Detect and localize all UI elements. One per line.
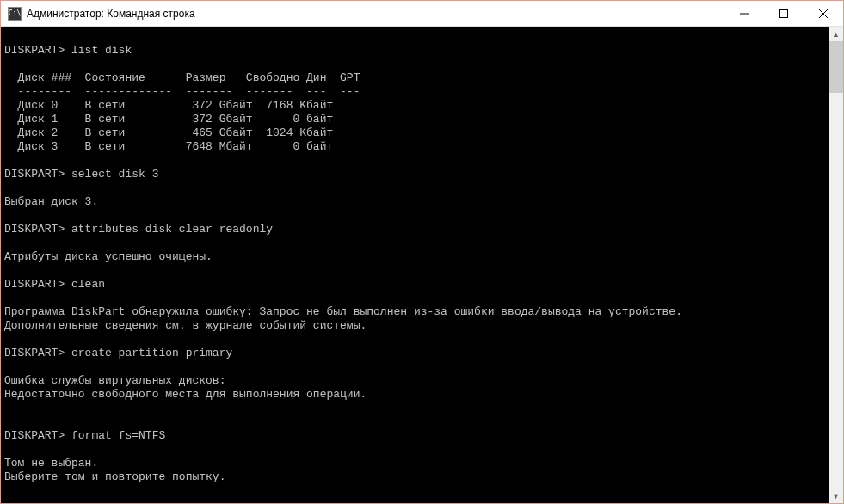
svg-rect-1 bbox=[780, 9, 788, 17]
close-button[interactable] bbox=[804, 1, 843, 26]
scrollbar[interactable]: ▲ ▼ bbox=[829, 27, 843, 503]
titlebar: C:\ Администратор: Командная строка bbox=[1, 1, 843, 27]
scroll-up-arrow[interactable]: ▲ bbox=[829, 27, 843, 41]
maximize-button[interactable] bbox=[764, 1, 804, 26]
terminal-output[interactable]: DISKPART> list disk Диск ### Состояние Р… bbox=[1, 27, 829, 503]
scroll-thumb[interactable] bbox=[829, 41, 843, 93]
maximize-icon bbox=[779, 9, 788, 18]
minimize-button[interactable] bbox=[724, 1, 764, 26]
window-controls bbox=[724, 1, 843, 26]
window-title: Администратор: Командная строка bbox=[27, 8, 724, 20]
terminal-wrapper: DISKPART> list disk Диск ### Состояние Р… bbox=[1, 27, 843, 503]
minimize-icon bbox=[740, 9, 749, 18]
scroll-down-arrow[interactable]: ▼ bbox=[829, 489, 843, 503]
close-icon bbox=[819, 9, 828, 18]
cmd-icon: C:\ bbox=[8, 7, 22, 21]
